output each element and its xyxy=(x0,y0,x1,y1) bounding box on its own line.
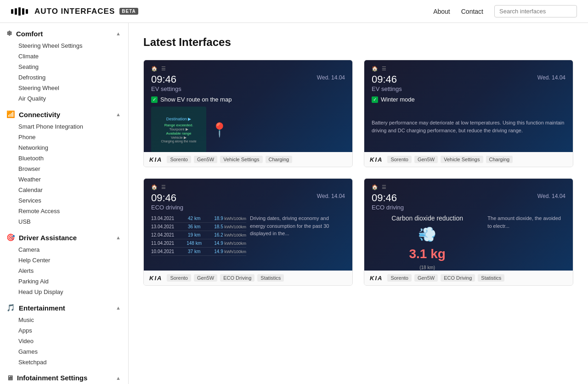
connectivity-icon: 📶 xyxy=(6,110,15,119)
sidebar-item-sketchpad[interactable]: Sketchpad xyxy=(0,357,128,367)
sidebar-item-music[interactable]: Music xyxy=(0,315,128,325)
eco-km-4: 37 km xyxy=(188,249,200,254)
co2-title: Carbon dioxide reduction xyxy=(391,215,463,222)
sidebar-item-steering-wheel-settings[interactable]: Steering Wheel Settings xyxy=(0,40,128,51)
sidebar-item-help-center[interactable]: Help Center xyxy=(0,255,128,265)
sidebar-category-infotainment[interactable]: 🖥 Infotainment Settings ▲ xyxy=(0,369,128,384)
eco-val-2: 16.2 kWh/100km xyxy=(214,232,246,237)
sidebar-item-usb[interactable]: USB xyxy=(0,216,128,227)
logo-text: AUTO INTERFACES xyxy=(34,7,115,16)
tag-eco-driving-4[interactable]: ECO Driving xyxy=(441,274,475,282)
sidebar-category-connectivity[interactable]: 📶 Connectivity ▲ xyxy=(0,106,128,121)
eco-row-4: 10.04.2021 37 km 14.9 kWh/100km xyxy=(151,248,246,256)
eco-date-4: 10.04.2021 xyxy=(151,249,174,254)
co2-icon: 💨 xyxy=(418,226,436,243)
tag-sorento-4[interactable]: Sorento xyxy=(387,274,412,282)
eco-row-2: 12.04.2021 19 km 16.2 kWh/100km xyxy=(151,231,246,239)
card-image-co2: 🏠 ☰ 09:46 ECO driving Wed. 14.04 xyxy=(364,179,573,271)
sidebar-item-bluetooth[interactable]: Bluetooth xyxy=(0,153,128,164)
sidebar-item-head-up-display[interactable]: Head Up Display xyxy=(0,287,128,297)
co2-info-text: The amount dioxide, the avoided to elect… xyxy=(487,215,565,230)
kia-logo-3: KIA xyxy=(149,275,162,282)
sidebar-item-browser[interactable]: Browser xyxy=(0,164,128,174)
sidebar-item-weather[interactable]: Weather xyxy=(0,174,128,185)
tag-charging-1[interactable]: Charging xyxy=(266,156,293,163)
sidebar-item-games[interactable]: Games xyxy=(0,346,128,357)
sidebar-item-defrosting[interactable]: Defrosting xyxy=(0,72,128,83)
eco-row-3: 11.04.2021 148 km 14.9 kWh/100km xyxy=(151,239,246,248)
tag-gen5w-2[interactable]: Gen5W xyxy=(414,156,438,163)
interface-card-eco[interactable]: 🏠 ☰ 09:46 ECO driving Wed. 14.04 xyxy=(143,178,353,286)
nav-about[interactable]: About xyxy=(433,8,450,15)
sidebar-category-entertainment[interactable]: 🎵 Entertainment ▲ xyxy=(0,299,128,315)
sidebar-section-driver-assistance: 🎯 Driver Assistance ▲ Camera Help Center… xyxy=(0,229,128,297)
car-time-3: 09:46 xyxy=(151,192,183,204)
tag-vehicle-settings-1[interactable]: Vehicle Settings xyxy=(220,156,262,163)
tag-vehicle-settings-2[interactable]: Vehicle Settings xyxy=(441,156,483,163)
car-content-3: 13.04.2021 42 km 18.9 kWh/100km 13.04.20… xyxy=(151,215,345,265)
tag-gen5w-1[interactable]: Gen5W xyxy=(194,156,217,163)
car-content-2: Battery performance may deteriorate at l… xyxy=(372,107,565,147)
tag-sorento-3[interactable]: Sorento xyxy=(167,274,191,282)
sidebar-item-video[interactable]: Video xyxy=(0,336,128,346)
sidebar-item-alerts[interactable]: Alerts xyxy=(0,265,128,276)
sidebar-item-calendar[interactable]: Calendar xyxy=(0,185,128,195)
home-icon-1: 🏠 xyxy=(151,66,158,72)
car-screen-title-2: EV settings xyxy=(372,85,402,92)
top-bar-1: 🏠 ☰ xyxy=(151,66,345,72)
menu-icon-3: ☰ xyxy=(161,184,166,190)
card-footer-1: KIA Sorento Gen5W Vehicle Settings Charg… xyxy=(144,152,352,167)
interface-card-co2[interactable]: 🏠 ☰ 09:46 ECO driving Wed. 14.04 xyxy=(364,178,573,286)
car-screen-winter: 🏠 ☰ 09:46 EV settings Wed. 14.04 xyxy=(364,60,573,152)
search-input[interactable] xyxy=(494,5,577,17)
car-screen-ev-route: 🏠 ☰ 09:46 EV settings Wed. 14.04 xyxy=(144,60,352,152)
sidebar-item-remote-access[interactable]: Remote Access xyxy=(0,206,128,216)
car-screen-header-2: 09:46 EV settings Wed. 14.04 xyxy=(372,73,565,92)
tag-charging-2[interactable]: Charging xyxy=(486,156,513,163)
checkbox-row-2: ✓ Winter mode xyxy=(372,96,565,103)
tag-stats-4[interactable]: Statistics xyxy=(478,274,504,282)
car-screen-title-3: ECO driving xyxy=(151,204,183,211)
eco-date-2: 12.04.2021 xyxy=(151,232,174,237)
tag-stats-3[interactable]: Statistics xyxy=(257,274,284,282)
sidebar-category-comfort[interactable]: ❄ Comfort ▲ xyxy=(0,25,128,40)
sidebar-item-camera[interactable]: Camera xyxy=(0,244,128,255)
car-content-4: Carbon dioxide reduction 💨 3.1 kg (18 km… xyxy=(372,215,565,271)
sidebar-item-seating[interactable]: Seating xyxy=(0,62,128,72)
layout: ❄ Comfort ▲ Steering Wheel Settings Clim… xyxy=(0,23,588,384)
sidebar-category-label-comfort: Comfort xyxy=(16,30,43,38)
tag-gen5w-4[interactable]: Gen5W xyxy=(414,274,438,282)
sidebar-item-smart-phone[interactable]: Smart Phone Integration xyxy=(0,121,128,132)
car-screen-header-4: 09:46 ECO driving Wed. 14.04 xyxy=(372,192,565,211)
top-bar-2: 🏠 ☰ xyxy=(372,66,565,72)
tag-sorento-2[interactable]: Sorento xyxy=(387,156,412,163)
top-bar-4: 🏠 ☰ xyxy=(372,184,565,190)
tag-gen5w-3[interactable]: Gen5W xyxy=(194,274,217,282)
interface-card-ev-route[interactable]: 🏠 ☰ 09:46 EV settings Wed. 14.04 xyxy=(143,60,353,167)
sidebar-item-phone[interactable]: Phone xyxy=(0,132,128,142)
tag-eco-driving-3[interactable]: ECO Driving xyxy=(220,274,254,282)
sidebar-item-parking-aid[interactable]: Parking Aid xyxy=(0,276,128,287)
infotainment-icon: 🖥 xyxy=(6,374,13,382)
chevron-entertainment: ▲ xyxy=(116,305,121,311)
eco-km-2: 19 km xyxy=(188,232,200,237)
tag-sorento-1[interactable]: Sorento xyxy=(167,156,191,163)
sidebar-item-services[interactable]: Services xyxy=(0,195,128,206)
interfaces-grid: 🏠 ☰ 09:46 EV settings Wed. 14.04 xyxy=(143,60,573,286)
logo-bar-2 xyxy=(15,8,17,15)
card-footer-4: KIA Sorento Gen5W ECO Driving Statistics xyxy=(364,271,573,285)
car-screen-co2: 🏠 ☰ 09:46 ECO driving Wed. 14.04 xyxy=(364,179,573,271)
sidebar-item-networking[interactable]: Networking xyxy=(0,142,128,153)
sidebar-item-steering-wheel[interactable]: Steering Wheel xyxy=(0,83,128,93)
logo-bar-5 xyxy=(26,9,28,14)
sidebar-item-climate[interactable]: Climate xyxy=(0,51,128,62)
car-screen-title-1: EV settings xyxy=(151,85,181,92)
checkbox-2: ✓ xyxy=(372,96,378,103)
sidebar-item-air-quality[interactable]: Air Quality xyxy=(0,93,128,104)
nav-contact[interactable]: Contact xyxy=(461,8,483,15)
interface-card-winter[interactable]: 🏠 ☰ 09:46 EV settings Wed. 14.04 xyxy=(364,60,573,167)
menu-icon-4: ☰ xyxy=(382,184,386,190)
header-left: AUTO INTERFACES BETA xyxy=(11,7,138,16)
sidebar-category-driver-assistance[interactable]: 🎯 Driver Assistance ▲ xyxy=(0,229,128,244)
sidebar-item-apps[interactable]: Apps xyxy=(0,325,128,336)
